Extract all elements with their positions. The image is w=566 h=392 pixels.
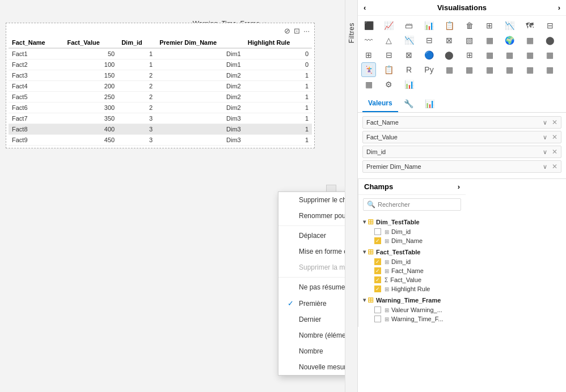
vis-type-icon-46[interactable] — [482, 77, 497, 92]
vis-type-icon-32[interactable]: R — [402, 62, 416, 77]
valeur-sort-icon[interactable]: ∨ — [543, 134, 547, 141]
vis-type-icon-2[interactable]: 🗃 — [402, 18, 416, 33]
tree-item-2-1[interactable]: ⊞Warning_Time_F... — [358, 314, 466, 323]
more-icon[interactable]: ··· — [303, 27, 310, 35]
vis-type-icon-18[interactable]: ▦ — [522, 33, 537, 48]
tab-format[interactable]: 🔧 — [398, 96, 419, 112]
vis-type-icon-12[interactable]: 📉 — [402, 33, 416, 48]
vis-type-icon-49[interactable] — [543, 77, 557, 92]
item-checkbox[interactable] — [374, 316, 381, 322]
vis-type-icon-7[interactable]: 📉 — [502, 18, 517, 33]
vis-type-icon-15[interactable]: ▧ — [462, 33, 477, 48]
table-row[interactable]: Fact52502Dim21 — [9, 92, 312, 103]
item-checkbox[interactable] — [374, 276, 381, 283]
valeur-field-3[interactable]: Premier Dim_Name ∨ ✕ — [362, 160, 561, 173]
tab-valeurs[interactable]: Valeurs — [362, 96, 398, 112]
tree-item-1-1[interactable]: ⊞Fact_Name — [358, 266, 466, 275]
vis-type-icon-28[interactable]: ▦ — [522, 48, 537, 62]
item-checkbox[interactable] — [374, 286, 381, 292]
item-checkbox[interactable] — [374, 306, 381, 313]
vis-type-icon-37[interactable]: ▦ — [502, 62, 517, 77]
table-row[interactable]: Fact42002Dim21 — [9, 81, 312, 92]
menu-item-3[interactable]: Mise en forme conditionnelle › — [278, 244, 345, 259]
item-checkbox[interactable] — [374, 237, 381, 244]
vis-type-icon-30[interactable]: 🃏 — [361, 62, 376, 77]
valeur-field-2[interactable]: Dim_id ∨ ✕ — [362, 146, 561, 158]
menu-item-8[interactable]: Nombre (éléments distincts) — [278, 327, 345, 343]
valeur-field-0[interactable]: Fact_Name ∨ ✕ — [362, 116, 561, 129]
vis-left-chevron[interactable]: ‹ — [364, 3, 366, 12]
vis-type-icon-41[interactable]: ⚙ — [382, 77, 396, 92]
champs-search-box[interactable]: 🔍 — [363, 198, 461, 211]
tree-group-header-2[interactable]: ▾ ⊞ Warning_Time_Frame — [358, 295, 466, 305]
item-checkbox[interactable] — [374, 258, 381, 265]
vis-type-icon-13[interactable]: ⊟ — [422, 33, 437, 48]
menu-item-2[interactable]: Déplacer › — [278, 228, 345, 244]
table-row[interactable]: Fact31502Dim21 — [9, 70, 312, 81]
vis-right-chevron[interactable]: › — [558, 3, 560, 12]
search-input[interactable] — [378, 201, 457, 208]
vis-type-icon-25[interactable]: ⊞ — [462, 48, 477, 62]
item-checkbox[interactable] — [374, 267, 381, 274]
vis-type-icon-14[interactable]: ⊠ — [442, 33, 457, 48]
vis-type-icon-5[interactable]: 🗑 — [462, 18, 477, 33]
valeur-sort-icon[interactable]: ∨ — [543, 148, 547, 156]
tree-item-1-0[interactable]: ⊞Dim_id — [358, 257, 466, 266]
vis-type-icon-40[interactable]: ▦ — [361, 77, 376, 92]
vis-type-icon-17[interactable]: 🌍 — [502, 33, 517, 48]
valeur-sort-icon[interactable]: ∨ — [543, 163, 547, 171]
vis-type-icon-36[interactable]: ▦ — [482, 62, 497, 77]
vis-type-icon-8[interactable]: 🗺 — [522, 18, 537, 33]
valeur-close-icon[interactable]: ✕ — [552, 118, 557, 126]
vis-type-icon-10[interactable]: 〰 — [361, 33, 376, 48]
valeur-close-icon[interactable]: ✕ — [552, 163, 557, 171]
vis-type-icon-42[interactable]: 📊 — [402, 77, 416, 92]
tree-item-1-3[interactable]: ⊞Highlight Rule — [358, 284, 466, 293]
vis-type-icon-27[interactable]: ▦ — [502, 48, 517, 62]
vis-type-icon-26[interactable]: ▦ — [482, 48, 497, 62]
table-row[interactable]: Fact84003Dim31 — [9, 124, 312, 135]
menu-item-6[interactable]: ✓ Première — [278, 295, 345, 312]
filtres-tab[interactable]: Filtres — [345, 0, 358, 392]
vis-type-icon-39[interactable]: ▦ — [543, 62, 557, 77]
vis-type-icon-1[interactable]: 📈 — [382, 18, 396, 33]
vis-type-icon-45[interactable] — [462, 77, 477, 92]
vis-type-icon-20[interactable]: ⊞ — [361, 48, 376, 62]
vis-type-icon-47[interactable] — [502, 77, 517, 92]
tree-group-header-0[interactable]: ▾ ⊞ Dim_TestTable — [358, 216, 466, 227]
vis-type-icon-33[interactable]: Py — [422, 62, 437, 77]
tree-item-0-1[interactable]: ⊞Dim_Name — [358, 236, 466, 245]
menu-item-0[interactable]: Supprimer le champ — [278, 192, 345, 208]
table-row[interactable]: Fact73503Dim31 — [9, 113, 312, 124]
filter-icon[interactable]: ⊘ — [284, 27, 290, 35]
table-row[interactable]: Fact94503Dim31 — [9, 135, 312, 146]
tree-group-header-1[interactable]: ▾ ⊞ Fact_TestTable — [358, 246, 466, 257]
valeur-close-icon[interactable]: ✕ — [552, 148, 557, 156]
table-row[interactable]: Fact21001Dim10 — [9, 59, 312, 70]
vis-type-icon-21[interactable]: ⊟ — [382, 48, 396, 62]
vis-type-icon-6[interactable]: ⊞ — [482, 18, 497, 33]
valeur-close-icon[interactable]: ✕ — [552, 133, 557, 141]
tree-item-2-0[interactable]: ⊞Valeur Warning_... — [358, 305, 466, 314]
vis-type-icon-11[interactable]: △ — [382, 33, 396, 48]
table-row[interactable]: Fact1501Dim10 — [9, 48, 312, 59]
vis-type-icon-38[interactable]: ▦ — [522, 62, 537, 77]
menu-item-9[interactable]: Nombre — [278, 343, 345, 359]
vis-type-icon-3[interactable]: 📊 — [422, 18, 437, 33]
vis-type-icon-22[interactable]: ⊠ — [402, 48, 416, 62]
menu-item-10[interactable]: Nouvelle mesure rapide — [278, 359, 345, 375]
tree-item-0-0[interactable]: ⊞Dim_id — [358, 227, 466, 236]
item-checkbox[interactable] — [374, 228, 381, 235]
valeur-field-1[interactable]: Fact_Value ∨ ✕ — [362, 131, 561, 143]
vis-type-icon-43[interactable] — [422, 77, 437, 92]
vis-type-icon-19[interactable]: ⬤ — [543, 33, 557, 48]
vis-type-icon-24[interactable]: ⬤ — [442, 48, 457, 62]
vis-type-icon-9[interactable]: ⊟ — [543, 18, 557, 33]
vis-type-icon-4[interactable]: 📋 — [442, 18, 457, 33]
vis-type-icon-0[interactable]: ⬛ — [361, 18, 376, 33]
tab-analytics[interactable]: 📊 — [419, 96, 440, 112]
menu-item-5[interactable]: Ne pas résumer — [278, 279, 345, 295]
menu-item-7[interactable]: Dernier — [278, 312, 345, 327]
vis-type-icon-31[interactable]: 📋 — [382, 62, 396, 77]
vis-type-icon-29[interactable]: ▦ — [543, 48, 557, 62]
